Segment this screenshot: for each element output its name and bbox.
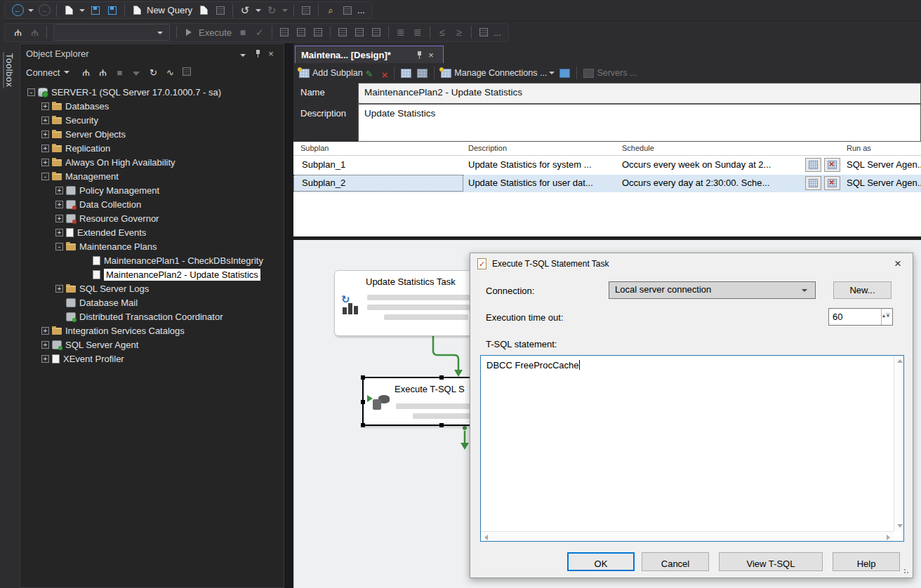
help-button[interactable]: Help [833, 552, 900, 571]
tree-item-security[interactable]: +Security [20, 113, 284, 127]
tree-item-dtc[interactable]: Distributed Transaction Coordinator [20, 309, 284, 323]
reports-button[interactable] [178, 67, 195, 78]
panel-splitter[interactable] [284, 44, 293, 588]
toolbox-tab[interactable]: Toolbox [4, 53, 15, 87]
subplan-row-1[interactable]: Subplan_1 Update Statistics for system .… [293, 156, 921, 174]
tree-item-server[interactable]: -SERVER-1 (SQL Server 17.0.1000.7 - sa) [20, 85, 284, 99]
execute-button[interactable]: Execute [199, 27, 232, 38]
redo-button[interactable]: ↻ [264, 3, 279, 18]
activity-monitor-button[interactable]: ∿ [161, 67, 178, 78]
add-subplan-button[interactable]: Add Subplan [312, 68, 363, 78]
expand-icon[interactable]: + [55, 285, 63, 293]
expand-icon[interactable]: + [41, 131, 49, 138]
manage-connections-button[interactable]: Manage Connections ... [454, 68, 547, 78]
vertical-scrollbar[interactable] [894, 356, 903, 531]
chevron-down-icon[interactable] [549, 72, 555, 74]
open-query-file-icon[interactable] [196, 3, 211, 18]
navigate-forward-button[interactable]: → [37, 3, 52, 18]
navigate-back-button[interactable]: ← [10, 3, 25, 18]
connect-button[interactable]: Ψ [10, 25, 25, 40]
redo-dropdown-icon[interactable] [282, 9, 288, 12]
tree-item-database-mail[interactable]: Database Mail [20, 295, 284, 309]
expand-icon[interactable]: + [41, 116, 49, 124]
tree-item-xevent-profiler[interactable]: +XEvent Profiler [20, 352, 284, 366]
edit-schedule-button[interactable] [805, 158, 821, 172]
window-position-button[interactable] [236, 48, 250, 59]
connect-object-button[interactable]: Ψ [77, 67, 94, 78]
tree-item-maintenance-plans[interactable]: -Maintenance Plans [20, 239, 284, 253]
undo-button[interactable]: ↺ [237, 3, 253, 18]
estimated-plan-button[interactable] [277, 25, 292, 40]
tree-item-management[interactable]: -Management [20, 169, 284, 183]
view-tsql-button[interactable]: View T-SQL [719, 552, 823, 571]
edit-subplan-icon[interactable]: ✎ [366, 69, 376, 78]
plan-description-field[interactable]: Update Statistics [358, 104, 921, 142]
expand-icon[interactable]: + [41, 355, 49, 363]
maintenance-plan-design-tab[interactable]: Maintena... [Design]* × [295, 46, 444, 63]
live-stats-button[interactable] [293, 25, 309, 40]
remove-schedule-icon[interactable] [417, 69, 428, 78]
tree-item-maintenance-plan2[interactable]: MaintenancePlan2 - Update Statistics [20, 267, 284, 281]
tsql-statement-textarea[interactable]: DBCC FreeProcCache [480, 355, 904, 542]
edit-schedule-button[interactable] [805, 176, 821, 190]
results-grid-button[interactable] [310, 25, 326, 40]
tree-item-integration-services[interactable]: +Integration Services Catalogs [20, 323, 284, 338]
tree-item-server-objects[interactable]: +Server Objects [20, 127, 284, 141]
cancel-button[interactable]: Cancel [642, 552, 709, 571]
tree-item-databases[interactable]: +Databases [20, 99, 284, 113]
collapse-icon[interactable]: - [41, 173, 49, 180]
collapse-icon[interactable]: - [55, 243, 63, 250]
tree-item-policy-management[interactable]: +Policy Management [20, 183, 284, 197]
ok-button[interactable]: OK [567, 552, 635, 571]
expand-icon[interactable]: + [41, 159, 49, 166]
selection-handle[interactable] [361, 400, 365, 404]
delete-subplan-icon[interactable]: × [382, 69, 388, 78]
parse-button[interactable]: ✓ [252, 25, 267, 40]
horizontal-scrollbar[interactable] [481, 531, 894, 541]
stop-icon[interactable]: ■ [111, 67, 128, 78]
new-query-button[interactable]: New Query [147, 5, 192, 15]
comment-button[interactable]: ≣ [393, 25, 409, 40]
close-panel-button[interactable]: × [264, 48, 278, 59]
toolbar-overflow-button[interactable]: ... [493, 27, 501, 38]
pin-tab-button[interactable] [412, 50, 425, 60]
close-dialog-button[interactable]: × [890, 257, 906, 271]
close-tab-button[interactable]: × [425, 50, 437, 60]
collapse-icon[interactable]: - [27, 88, 35, 96]
subplan-row-2-selected[interactable]: Subplan_2 Update Statistics for user dat… [293, 175, 921, 192]
expand-icon[interactable]: + [55, 187, 63, 194]
expand-icon[interactable]: + [41, 145, 49, 152]
stop-button[interactable]: ■ [235, 25, 251, 40]
expand-icon[interactable]: + [55, 215, 63, 222]
database-combobox[interactable] [53, 24, 170, 41]
subplan-schedule-icon[interactable] [401, 69, 411, 78]
results-text-button[interactable] [335, 25, 350, 40]
tree-item-maintenance-plan1[interactable]: MaintenancePlan1 - CheckDBsIntegrity [20, 253, 284, 267]
activity-monitor-button[interactable] [298, 3, 314, 18]
back-dropdown-icon[interactable] [28, 9, 34, 12]
tree-item-data-collection[interactable]: +Data Collection [20, 197, 284, 211]
expand-icon[interactable]: + [41, 327, 49, 335]
filter-button[interactable] [128, 67, 145, 78]
plan-name-field[interactable]: MaintenancePlan2 - Update Statistics [358, 83, 921, 104]
reporting-icon[interactable] [559, 69, 570, 78]
spin-down-button[interactable]: ▼ [886, 313, 890, 318]
tree-item-resource-governor[interactable]: +Resource Governor [20, 211, 284, 225]
connect-menu-button[interactable]: Connect [26, 67, 60, 78]
increase-indent-button[interactable]: ≥ [451, 25, 467, 40]
pin-button[interactable] [250, 48, 264, 59]
tree-item-replication[interactable]: +Replication [20, 141, 284, 155]
dialog-titlebar[interactable]: Execute T-SQL Statement Task × [470, 253, 913, 274]
design-surface[interactable]: Update Statistics Task ↻ Execute T-SQL S [293, 240, 921, 588]
remove-schedule-button[interactable] [824, 176, 840, 190]
query-options-button[interactable] [369, 25, 384, 40]
save-button[interactable] [88, 3, 103, 18]
tree-item-extended-events[interactable]: +Extended Events [20, 225, 284, 239]
save-all-button[interactable] [105, 3, 120, 18]
uncomment-button[interactable]: ≣ [410, 25, 425, 40]
selection-handle[interactable] [439, 375, 444, 380]
selection-handle[interactable] [361, 375, 365, 380]
new-connection-button[interactable]: New... [833, 281, 892, 299]
undo-dropdown-icon[interactable] [256, 9, 261, 12]
browse-search-button[interactable]: ⌕ [323, 3, 338, 18]
